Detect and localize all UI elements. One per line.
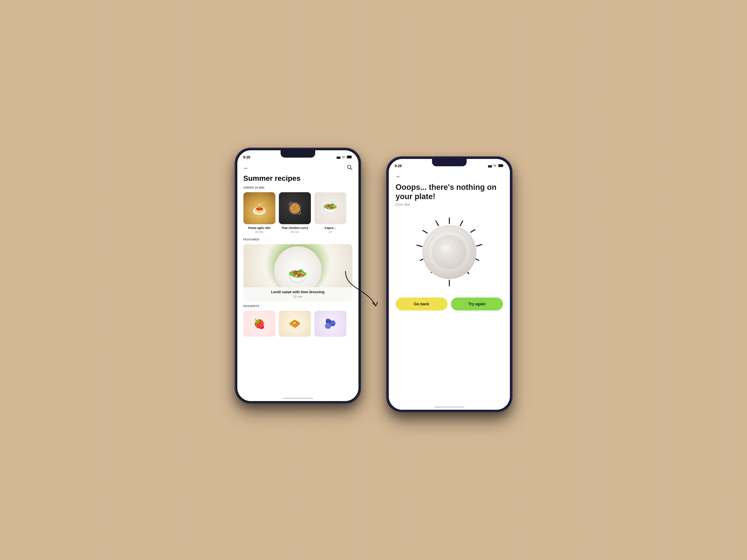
error-title: Ooops... there's nothing on your plate! bbox=[396, 183, 503, 201]
featured-image: 🥗 bbox=[243, 244, 353, 287]
signal-icon-right: ▮▮▮ bbox=[488, 164, 492, 168]
plate-illustration bbox=[396, 213, 503, 291]
featured-card[interactable]: 🥗 Lentil salad with lime dressing 25 min bbox=[243, 244, 353, 301]
notch bbox=[281, 150, 315, 158]
plate-svg bbox=[410, 213, 488, 291]
wifi-icon bbox=[342, 156, 345, 159]
desserts-row: 🍓 🧇 🫐 bbox=[237, 311, 358, 337]
svg-line-10 bbox=[471, 230, 475, 232]
dessert-card-3[interactable]: 🫐 bbox=[314, 311, 346, 337]
notch-right bbox=[432, 159, 467, 166]
dessert-card-1[interactable]: 🍓 bbox=[243, 311, 275, 337]
error-nav: ← bbox=[396, 170, 503, 183]
error-buttons: Go back Try again bbox=[396, 297, 503, 311]
signal-icon: ▮▮▮ bbox=[336, 156, 340, 159]
section-label-featured: FEATURED bbox=[237, 238, 358, 244]
svg-line-17 bbox=[417, 245, 422, 246]
status-icons-right: ▮▮▮ bbox=[488, 164, 504, 168]
recipe-name-pasta: Pasta aglio olio bbox=[248, 226, 271, 230]
home-indicator-left bbox=[283, 398, 313, 399]
svg-line-19 bbox=[436, 221, 439, 226]
svg-rect-1 bbox=[347, 156, 351, 158]
try-again-button[interactable]: Try again bbox=[451, 297, 503, 311]
horizontal-scroll-row: 🍝 Pasta aglio olio 20 min 🥘 Thai chicken… bbox=[237, 192, 358, 238]
wifi-icon-right bbox=[493, 164, 497, 168]
recipe-time-curry: 25 min bbox=[290, 230, 299, 234]
error-screen: ← Ooops... there's nothing on your plate… bbox=[389, 170, 510, 410]
recipe-card-caprese[interactable]: 🥗 Capre... 10 bbox=[314, 192, 346, 234]
go-back-button[interactable]: Go back bbox=[396, 297, 447, 311]
battery-icon-right bbox=[498, 164, 504, 168]
home-indicator-right bbox=[434, 406, 464, 407]
status-time-right: 8:28 bbox=[395, 164, 402, 168]
svg-line-18 bbox=[423, 231, 427, 233]
recipe-thumb-curry: 🥘 bbox=[279, 192, 311, 224]
error-back-button[interactable]: ← bbox=[396, 173, 401, 180]
error-code: Error 404 bbox=[396, 203, 503, 207]
recipe-thumb-pasta: 🍝 bbox=[243, 192, 275, 224]
svg-line-11 bbox=[476, 244, 482, 246]
svg-line-4 bbox=[351, 168, 352, 170]
recipes-screen: ← Summer recipes UNDER 30 MIN 🍝 Pasta ag… bbox=[237, 161, 358, 401]
recipe-name-curry: Thai chicken curry bbox=[281, 226, 308, 230]
section-label-under30: UNDER 30 MIN bbox=[237, 186, 358, 192]
recipe-thumb-caprese: 🥗 bbox=[314, 192, 346, 224]
status-icons: ▮▮▮ bbox=[336, 156, 353, 159]
featured-info: Lentil salad with lime dressing 25 min bbox=[243, 287, 353, 301]
recipe-time-pasta: 20 min bbox=[255, 230, 263, 234]
battery-icon bbox=[347, 156, 353, 159]
recipe-card-pasta[interactable]: 🍝 Pasta aglio olio 20 min bbox=[243, 192, 275, 234]
section-label-desserts: DESSERTS bbox=[237, 304, 358, 311]
recipe-name-caprese: Capre... bbox=[325, 226, 336, 230]
recipes-nav: ← bbox=[237, 161, 358, 173]
svg-line-9 bbox=[460, 221, 463, 226]
svg-rect-6 bbox=[498, 165, 503, 167]
recipe-card-thai-curry[interactable]: 🥘 Thai chicken curry 25 min bbox=[279, 192, 311, 234]
featured-name: Lentil salad with lime dressing bbox=[247, 290, 349, 294]
featured-time: 25 min bbox=[247, 295, 349, 298]
transition-arrow bbox=[341, 267, 384, 315]
back-button[interactable]: ← bbox=[243, 165, 249, 171]
status-time: 8:28 bbox=[243, 156, 250, 159]
search-button[interactable] bbox=[347, 164, 353, 171]
svg-rect-2 bbox=[352, 157, 352, 158]
svg-point-23 bbox=[432, 235, 467, 269]
dessert-card-2[interactable]: 🧇 bbox=[279, 311, 311, 337]
page-title: Summer recipes bbox=[237, 173, 358, 186]
recipe-time-caprese: 10 bbox=[329, 230, 332, 234]
right-phone: 8:28 ▮▮▮ ← Ooops... there's nothing on y… bbox=[387, 157, 512, 412]
svg-rect-7 bbox=[503, 165, 504, 166]
